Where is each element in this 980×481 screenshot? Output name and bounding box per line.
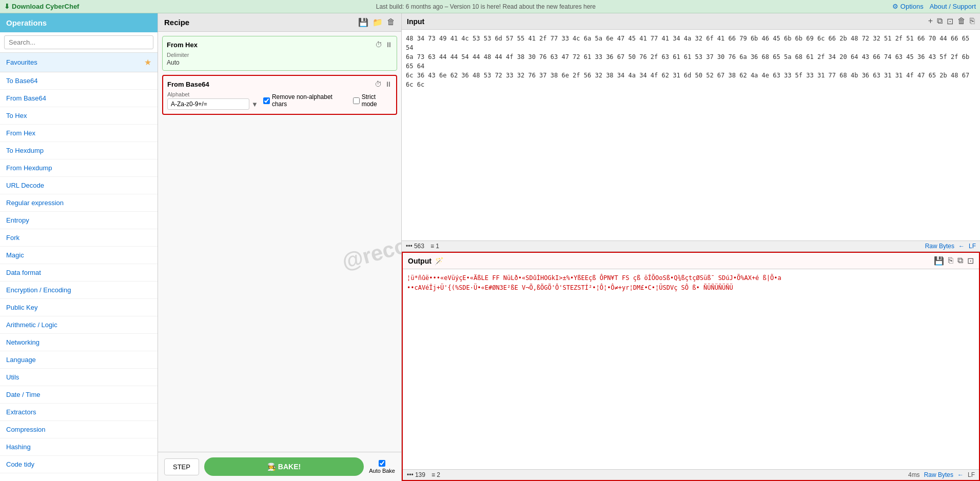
from-hex-pause-icon[interactable]: ⏸ [385,41,393,49]
from-base64-alphabet-row: Alphabet ▼ Remove non-alphabet chars Str… [167,91,392,110]
sidebar-item-to-base64[interactable]: To Base64 [0,72,158,90]
main-layout: Operations Favourites ★ To Base64 From B… [0,13,980,481]
sidebar-item-language[interactable]: Language [0,351,158,369]
recipe-trash-icon[interactable]: 🗑 [387,17,395,27]
output-wand-icon[interactable]: 🪄 [435,257,443,265]
strict-mode-label[interactable]: Strict mode [353,93,392,108]
bottom-statusbar: ••• 139 ≡ 2 4ms Raw Bytes ← LF [403,469,979,480]
search-container [0,32,158,53]
download-icon: ⬇ [4,3,10,10]
bottom-lf-button[interactable]: ← [957,471,964,478]
alphabet-label: Alphabet [167,91,258,97]
strict-mode-checkbox[interactable] [353,97,360,104]
sidebar-item-magic[interactable]: Magic [0,247,158,264]
sidebar-item-encryption-encoding[interactable]: Encryption / Encoding [0,282,158,299]
from-hex-timer-icon[interactable]: ⏱ [375,41,382,49]
raw-bytes-button[interactable]: Raw Bytes [925,243,954,250]
star-icon: ★ [144,57,151,67]
duration-label: 4ms [908,471,920,478]
bottom-lf-label: LF [968,471,975,478]
from-base64-card-icons: ⏱ ⏸ [375,80,392,88]
sidebar-item-fork[interactable]: Fork [0,229,158,247]
sidebar-item-utils[interactable]: Utils [0,369,158,386]
from-base64-card-header: From Base64 ⏱ ⏸ [167,80,392,88]
options-button[interactable]: ⚙ Options [892,3,923,10]
sidebar-item-code-tidy[interactable]: Code tidy [0,456,158,473]
sidebar-item-from-base64[interactable]: From Base64 [0,90,158,107]
watermark-text: @recordedparadox [340,199,401,274]
recipe-folder-icon[interactable]: 📁 [373,17,383,27]
from-base64-timer-icon[interactable]: ⏱ [375,80,382,88]
sidebar-item-date-time[interactable]: Date / Time [0,386,158,404]
input-clear-icon[interactable]: 🗑 [957,16,966,26]
recipe-save-icon[interactable]: 💾 [358,17,368,27]
from-hex-card-header: From Hex ⏱ ⏸ [167,41,393,49]
input-title: Input [407,17,424,26]
output-bottom-count: ••• 139 [407,471,425,478]
remove-nonalpha-label[interactable]: Remove non-alphabet chars [263,93,348,108]
sidebar-item-extractors[interactable]: Extractors [0,404,158,421]
bake-button[interactable]: 🧑‍🍳 BAKE! [204,457,364,476]
output-expand-icon[interactable]: ⊡ [967,256,974,266]
from-hex-delimiter-value: Auto [167,59,393,66]
sidebar-item-regular-expression[interactable]: Regular expression [0,194,158,212]
sidebar-item-to-hex[interactable]: To Hex [0,107,158,125]
input-window-icon[interactable]: ⧉ [937,16,943,26]
lf-button[interactable]: ← [958,243,965,250]
output-line-count: ≡ 1 [430,243,439,250]
sidebar-item-public-key[interactable]: Public Key [0,299,158,316]
download-label[interactable]: Download CyberChef [12,3,79,10]
output-save-icon[interactable]: 💾 [934,256,944,266]
strict-mode-text: Strict mode [362,93,392,108]
bottom-raw-bytes-button[interactable]: Raw Bytes [924,471,953,478]
sidebar-item-networking[interactable]: Networking [0,334,158,351]
sidebar-header: Operations [0,13,158,32]
sidebar-item-url-decode[interactable]: URL Decode [0,177,158,194]
bottom-statusbar-left: ••• 139 ≡ 2 [407,471,440,478]
sidebar-item-favourites[interactable]: Favourites ★ [0,53,158,72]
sidebar-item-data-format[interactable]: Data format [0,264,158,282]
output-window-icon[interactable]: ⧉ [957,256,963,266]
input-expand-icon[interactable]: ⊡ [947,16,953,26]
auto-bake-checkbox[interactable] [379,460,385,467]
sidebar-item-to-hexdump[interactable]: To Hexdump [0,142,158,159]
from-base64-pause-icon[interactable]: ⏸ [385,80,392,88]
output-copy-icon[interactable]: ⎘ [948,256,953,266]
output-statusbar-left: ••• 563 ≡ 1 [406,243,439,250]
download-cyberchef[interactable]: ⬇ Download CyberChef [4,3,79,10]
step-button[interactable]: STEP [164,458,199,475]
sidebar-item-entropy[interactable]: Entropy [0,212,158,229]
sidebar-item-compression[interactable]: Compression [0,421,158,438]
favourites-label: Favourites [6,58,37,66]
bottom-statusbar-right: 4ms Raw Bytes ← LF [908,471,975,478]
from-hex-card-icons: ⏱ ⏸ [375,41,393,49]
options-label[interactable]: Options [900,3,924,10]
lf-label: LF [969,243,976,250]
auto-bake-container: Auto Bake [369,460,395,474]
input-add-icon[interactable]: + [928,16,933,26]
input-header: Input + ⧉ ⊡ 🗑 ⎘ [402,13,980,30]
sidebar-item-from-hexdump[interactable]: From Hexdump [0,159,158,177]
output-actions: 💾 ⎘ ⧉ ⊡ [934,256,974,266]
from-hex-card: From Hex ⏱ ⏸ Delimiter Auto [162,36,397,71]
output-title-text: Output [408,257,432,265]
input-content[interactable]: 48 34 73 49 41 4c 53 53 6d 57 55 41 2f 7… [402,30,980,240]
about-support-button[interactable]: About / Support [930,3,976,10]
alphabet-input[interactable] [167,98,249,110]
sidebar-item-hashing[interactable]: Hashing [0,438,158,456]
output-title: Output 🪄 [408,257,443,265]
options-icon: ⚙ [892,3,898,10]
from-base64-alphabet-field: Alphabet ▼ [167,91,258,110]
remove-nonalpha-checkbox[interactable] [263,97,270,104]
sidebar-item-arithmetic-logic[interactable]: Arithmetic / Logic [0,316,158,334]
topbar: ⬇ Download CyberChef Last build: 6 month… [0,0,980,13]
alphabet-dropdown-icon[interactable]: ▼ [251,101,258,108]
bake-area: STEP 🧑‍🍳 BAKE! Auto Bake [158,452,401,481]
sidebar-item-from-hex[interactable]: From Hex [0,125,158,142]
sidebar-list: Favourites ★ To Base64 From Base64 To He… [0,53,158,481]
input-copy-icon[interactable]: ⎘ [970,16,975,26]
output-section: Output 🪄 💾 ⎘ ⧉ ⊡ ¦ü*ñûë•••«eVüýçE•«ÄßLE … [402,252,980,481]
recipe-content: From Hex ⏱ ⏸ Delimiter Auto From Base64 … [158,32,401,452]
search-input[interactable] [4,35,153,49]
from-base64-title: From Base64 [167,81,209,88]
